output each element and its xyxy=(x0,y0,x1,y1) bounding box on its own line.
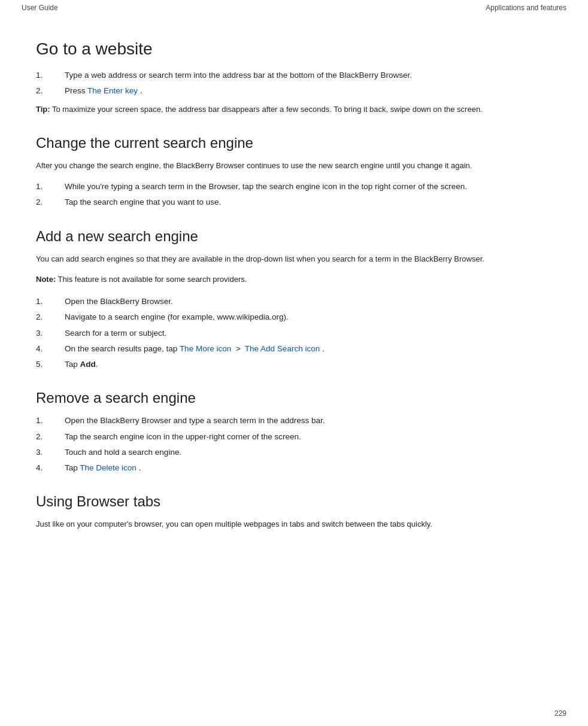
page-number: 229 xyxy=(554,709,566,718)
section-go-to-website: Go to a website 1. Type a web address or… xyxy=(36,40,552,116)
list-item: 1. While you're typing a search term in … xyxy=(36,181,552,193)
step-number: 2. xyxy=(36,431,65,443)
tip-label: Tip: xyxy=(36,105,50,114)
note-block: Note: This feature is not available for … xyxy=(36,274,552,286)
section-add-search-engine: Add a new search engine You can add sear… xyxy=(36,228,552,371)
section-title-change-search-engine: Change the current search engine xyxy=(36,135,552,151)
steps-remove-search-engine: 1. Open the BlackBerry Browser and type … xyxy=(36,415,552,474)
tip-block: Tip: To maximize your screen space, the … xyxy=(36,104,552,116)
step-number: 2. xyxy=(36,196,65,208)
body-text-tabs: Just like on your computer's browser, yo… xyxy=(36,518,552,531)
section-title-go-to-website: Go to a website xyxy=(36,40,552,59)
note-text: This feature is not available for some s… xyxy=(58,275,247,284)
step-number: 1. xyxy=(36,296,65,308)
section-using-browser-tabs: Using Browser tabs Just like on your com… xyxy=(36,493,552,531)
step-number: 4. xyxy=(36,462,65,474)
step-text: Open the BlackBerry Browser. xyxy=(65,296,173,308)
note-label: Note: xyxy=(36,275,56,284)
list-item: 3. Touch and hold a search engine. xyxy=(36,446,552,458)
step-text: While you're typing a search term in the… xyxy=(65,181,467,193)
list-item: 1. Type a web address or search term int… xyxy=(36,69,552,81)
steps-change-search-engine: 1. While you're typing a search term in … xyxy=(36,181,552,209)
list-item: 2. Navigate to a search engine (for exam… xyxy=(36,311,552,323)
section-title-remove-search-engine: Remove a search engine xyxy=(36,390,552,406)
step-number: 3. xyxy=(36,446,65,458)
steps-go-to-website: 1. Type a web address or search term int… xyxy=(36,69,552,98)
list-item: 4. Tap The Delete icon . xyxy=(36,462,552,474)
step-number: 2. xyxy=(36,85,65,97)
enter-key-link[interactable]: The Enter key xyxy=(87,86,138,95)
main-content: Go to a website 1. Type a web address or… xyxy=(0,16,588,575)
page-footer: 229 xyxy=(554,709,566,718)
steps-add-search-engine: 1. Open the BlackBerry Browser. 2. Navig… xyxy=(36,296,552,370)
section-title-add-search-engine: Add a new search engine xyxy=(36,228,552,245)
list-item: 2. Tap the search engine icon in the upp… xyxy=(36,431,552,443)
list-item: 1. Open the BlackBerry Browser and type … xyxy=(36,415,552,427)
list-item: 2. Tap the search engine that you want t… xyxy=(36,196,552,208)
add-search-icon-link[interactable]: The Add Search icon xyxy=(245,344,320,353)
page-header: User Guide Applications and features xyxy=(0,0,588,16)
step-number: 2. xyxy=(36,311,65,323)
more-icon-link[interactable]: The More icon xyxy=(180,344,231,353)
step-text: Tap the search engine icon in the upper-… xyxy=(65,431,301,443)
list-item: 1. Open the BlackBerry Browser. xyxy=(36,296,552,308)
step-number: 4. xyxy=(36,343,65,355)
step-text: Tap the search engine that you want to u… xyxy=(65,196,221,208)
step-text: Search for a term or subject. xyxy=(65,327,166,339)
step-text: Tap Add. xyxy=(65,359,98,370)
body-text-add: You can add search engines so that they … xyxy=(36,253,552,266)
step-text: On the search results page, tap The More… xyxy=(65,343,325,355)
section-remove-search-engine: Remove a search engine 1. Open the Black… xyxy=(36,390,552,474)
step-text: Touch and hold a search engine. xyxy=(65,446,181,458)
section-change-search-engine: Change the current search engine After y… xyxy=(36,135,552,208)
step-number: 1. xyxy=(36,415,65,427)
step-text: Tap The Delete icon . xyxy=(65,462,141,474)
step-text: Open the BlackBerry Browser and type a s… xyxy=(65,415,325,427)
list-item: 2. Press The Enter key . xyxy=(36,85,552,97)
step-text: Navigate to a search engine (for example… xyxy=(65,311,289,323)
header-right: Applications and features xyxy=(486,4,566,12)
section-title-using-browser-tabs: Using Browser tabs xyxy=(36,493,552,510)
step-number: 1. xyxy=(36,181,65,193)
header-left: User Guide xyxy=(22,4,58,12)
delete-icon-link[interactable]: The Delete icon xyxy=(80,463,137,472)
step-number: 3. xyxy=(36,327,65,339)
step-number: 5. xyxy=(36,359,65,370)
step-text: Press The Enter key . xyxy=(65,85,143,97)
add-bold: Add xyxy=(80,360,96,369)
list-item: 4. On the search results page, tap The M… xyxy=(36,343,552,355)
step-text: Type a web address or search term into t… xyxy=(65,69,412,81)
step-number: 1. xyxy=(36,69,65,81)
tip-text: To maximize your screen space, the addre… xyxy=(52,105,483,114)
list-item: 3. Search for a term or subject. xyxy=(36,327,552,339)
body-text-change: After you change the search engine, the … xyxy=(36,160,552,172)
list-item: 5. Tap Add. xyxy=(36,359,552,370)
